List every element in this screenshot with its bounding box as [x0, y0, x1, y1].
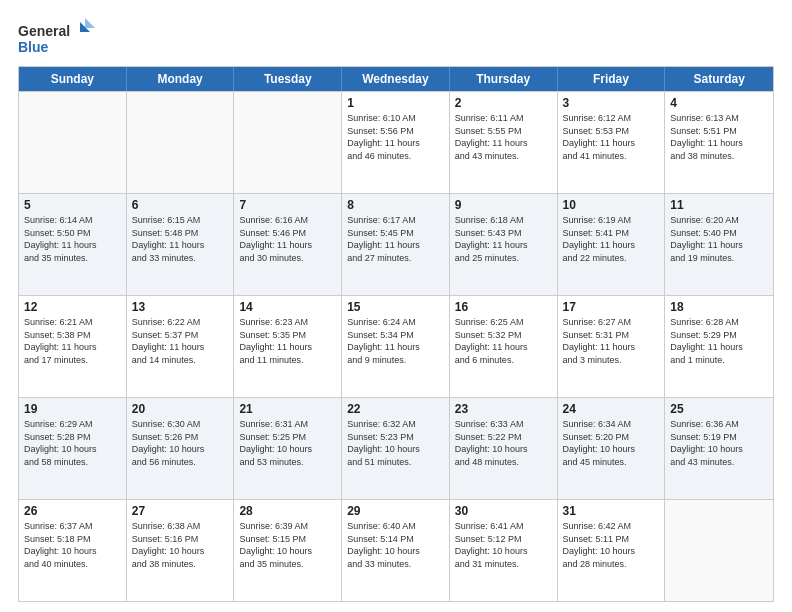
day-number: 31 — [563, 504, 660, 518]
day-number: 8 — [347, 198, 444, 212]
day-info: Sunrise: 6:14 AM Sunset: 5:50 PM Dayligh… — [24, 214, 121, 264]
day-number: 26 — [24, 504, 121, 518]
calendar-cell-empty — [665, 500, 773, 601]
day-info: Sunrise: 6:21 AM Sunset: 5:38 PM Dayligh… — [24, 316, 121, 366]
day-number: 1 — [347, 96, 444, 110]
calendar-cell: 14Sunrise: 6:23 AM Sunset: 5:35 PM Dayli… — [234, 296, 342, 397]
day-number: 10 — [563, 198, 660, 212]
day-info: Sunrise: 6:13 AM Sunset: 5:51 PM Dayligh… — [670, 112, 768, 162]
day-number: 30 — [455, 504, 552, 518]
day-info: Sunrise: 6:15 AM Sunset: 5:48 PM Dayligh… — [132, 214, 229, 264]
day-info: Sunrise: 6:20 AM Sunset: 5:40 PM Dayligh… — [670, 214, 768, 264]
logo: GeneralBlue — [18, 18, 98, 58]
day-info: Sunrise: 6:39 AM Sunset: 5:15 PM Dayligh… — [239, 520, 336, 570]
day-info: Sunrise: 6:28 AM Sunset: 5:29 PM Dayligh… — [670, 316, 768, 366]
calendar-cell: 26Sunrise: 6:37 AM Sunset: 5:18 PM Dayli… — [19, 500, 127, 601]
calendar-cell: 25Sunrise: 6:36 AM Sunset: 5:19 PM Dayli… — [665, 398, 773, 499]
calendar-row: 1Sunrise: 6:10 AM Sunset: 5:56 PM Daylig… — [19, 91, 773, 193]
day-info: Sunrise: 6:22 AM Sunset: 5:37 PM Dayligh… — [132, 316, 229, 366]
day-number: 24 — [563, 402, 660, 416]
calendar-cell: 8Sunrise: 6:17 AM Sunset: 5:45 PM Daylig… — [342, 194, 450, 295]
day-info: Sunrise: 6:24 AM Sunset: 5:34 PM Dayligh… — [347, 316, 444, 366]
calendar-row: 12Sunrise: 6:21 AM Sunset: 5:38 PM Dayli… — [19, 295, 773, 397]
day-info: Sunrise: 6:10 AM Sunset: 5:56 PM Dayligh… — [347, 112, 444, 162]
day-info: Sunrise: 6:12 AM Sunset: 5:53 PM Dayligh… — [563, 112, 660, 162]
calendar-cell: 28Sunrise: 6:39 AM Sunset: 5:15 PM Dayli… — [234, 500, 342, 601]
day-number: 28 — [239, 504, 336, 518]
calendar-row: 19Sunrise: 6:29 AM Sunset: 5:28 PM Dayli… — [19, 397, 773, 499]
calendar-cell: 1Sunrise: 6:10 AM Sunset: 5:56 PM Daylig… — [342, 92, 450, 193]
calendar-cell: 30Sunrise: 6:41 AM Sunset: 5:12 PM Dayli… — [450, 500, 558, 601]
calendar-cell: 3Sunrise: 6:12 AM Sunset: 5:53 PM Daylig… — [558, 92, 666, 193]
calendar-row: 26Sunrise: 6:37 AM Sunset: 5:18 PM Dayli… — [19, 499, 773, 601]
calendar-cell: 24Sunrise: 6:34 AM Sunset: 5:20 PM Dayli… — [558, 398, 666, 499]
calendar-cell: 31Sunrise: 6:42 AM Sunset: 5:11 PM Dayli… — [558, 500, 666, 601]
calendar-header-cell: Sunday — [19, 67, 127, 91]
calendar-cell: 15Sunrise: 6:24 AM Sunset: 5:34 PM Dayli… — [342, 296, 450, 397]
day-number: 25 — [670, 402, 768, 416]
day-info: Sunrise: 6:42 AM Sunset: 5:11 PM Dayligh… — [563, 520, 660, 570]
day-info: Sunrise: 6:33 AM Sunset: 5:22 PM Dayligh… — [455, 418, 552, 468]
day-info: Sunrise: 6:36 AM Sunset: 5:19 PM Dayligh… — [670, 418, 768, 468]
day-number: 13 — [132, 300, 229, 314]
calendar-cell: 2Sunrise: 6:11 AM Sunset: 5:55 PM Daylig… — [450, 92, 558, 193]
calendar-header: SundayMondayTuesdayWednesdayThursdayFrid… — [19, 67, 773, 91]
day-number: 16 — [455, 300, 552, 314]
calendar-cell: 16Sunrise: 6:25 AM Sunset: 5:32 PM Dayli… — [450, 296, 558, 397]
calendar-header-cell: Wednesday — [342, 67, 450, 91]
day-number: 5 — [24, 198, 121, 212]
day-number: 11 — [670, 198, 768, 212]
day-number: 6 — [132, 198, 229, 212]
calendar-cell: 7Sunrise: 6:16 AM Sunset: 5:46 PM Daylig… — [234, 194, 342, 295]
calendar-cell: 9Sunrise: 6:18 AM Sunset: 5:43 PM Daylig… — [450, 194, 558, 295]
day-info: Sunrise: 6:18 AM Sunset: 5:43 PM Dayligh… — [455, 214, 552, 264]
day-number: 17 — [563, 300, 660, 314]
calendar-cell: 20Sunrise: 6:30 AM Sunset: 5:26 PM Dayli… — [127, 398, 235, 499]
calendar-row: 5Sunrise: 6:14 AM Sunset: 5:50 PM Daylig… — [19, 193, 773, 295]
day-info: Sunrise: 6:29 AM Sunset: 5:28 PM Dayligh… — [24, 418, 121, 468]
day-number: 20 — [132, 402, 229, 416]
day-info: Sunrise: 6:34 AM Sunset: 5:20 PM Dayligh… — [563, 418, 660, 468]
day-info: Sunrise: 6:19 AM Sunset: 5:41 PM Dayligh… — [563, 214, 660, 264]
calendar-cell: 11Sunrise: 6:20 AM Sunset: 5:40 PM Dayli… — [665, 194, 773, 295]
day-info: Sunrise: 6:32 AM Sunset: 5:23 PM Dayligh… — [347, 418, 444, 468]
calendar-cell: 19Sunrise: 6:29 AM Sunset: 5:28 PM Dayli… — [19, 398, 127, 499]
calendar-cell: 4Sunrise: 6:13 AM Sunset: 5:51 PM Daylig… — [665, 92, 773, 193]
day-number: 9 — [455, 198, 552, 212]
svg-text:Blue: Blue — [18, 39, 49, 55]
day-number: 3 — [563, 96, 660, 110]
day-number: 22 — [347, 402, 444, 416]
calendar-cell: 21Sunrise: 6:31 AM Sunset: 5:25 PM Dayli… — [234, 398, 342, 499]
day-number: 18 — [670, 300, 768, 314]
day-info: Sunrise: 6:38 AM Sunset: 5:16 PM Dayligh… — [132, 520, 229, 570]
calendar-cell: 29Sunrise: 6:40 AM Sunset: 5:14 PM Dayli… — [342, 500, 450, 601]
day-number: 23 — [455, 402, 552, 416]
day-info: Sunrise: 6:31 AM Sunset: 5:25 PM Dayligh… — [239, 418, 336, 468]
day-info: Sunrise: 6:30 AM Sunset: 5:26 PM Dayligh… — [132, 418, 229, 468]
calendar-cell: 17Sunrise: 6:27 AM Sunset: 5:31 PM Dayli… — [558, 296, 666, 397]
day-info: Sunrise: 6:41 AM Sunset: 5:12 PM Dayligh… — [455, 520, 552, 570]
calendar-cell: 23Sunrise: 6:33 AM Sunset: 5:22 PM Dayli… — [450, 398, 558, 499]
calendar-cell: 10Sunrise: 6:19 AM Sunset: 5:41 PM Dayli… — [558, 194, 666, 295]
calendar-cell: 13Sunrise: 6:22 AM Sunset: 5:37 PM Dayli… — [127, 296, 235, 397]
calendar-cell: 12Sunrise: 6:21 AM Sunset: 5:38 PM Dayli… — [19, 296, 127, 397]
calendar-cell: 5Sunrise: 6:14 AM Sunset: 5:50 PM Daylig… — [19, 194, 127, 295]
day-number: 27 — [132, 504, 229, 518]
svg-text:General: General — [18, 23, 70, 39]
day-info: Sunrise: 6:17 AM Sunset: 5:45 PM Dayligh… — [347, 214, 444, 264]
calendar-header-cell: Tuesday — [234, 67, 342, 91]
day-number: 19 — [24, 402, 121, 416]
page: GeneralBlue SundayMondayTuesdayWednesday… — [0, 0, 792, 612]
svg-marker-3 — [85, 18, 95, 28]
day-number: 7 — [239, 198, 336, 212]
logo-svg: GeneralBlue — [18, 18, 98, 58]
calendar-cell: 6Sunrise: 6:15 AM Sunset: 5:48 PM Daylig… — [127, 194, 235, 295]
calendar-header-cell: Thursday — [450, 67, 558, 91]
calendar-cell-empty — [234, 92, 342, 193]
day-number: 21 — [239, 402, 336, 416]
calendar-header-cell: Friday — [558, 67, 666, 91]
day-number: 2 — [455, 96, 552, 110]
day-number: 14 — [239, 300, 336, 314]
day-info: Sunrise: 6:25 AM Sunset: 5:32 PM Dayligh… — [455, 316, 552, 366]
day-number: 12 — [24, 300, 121, 314]
